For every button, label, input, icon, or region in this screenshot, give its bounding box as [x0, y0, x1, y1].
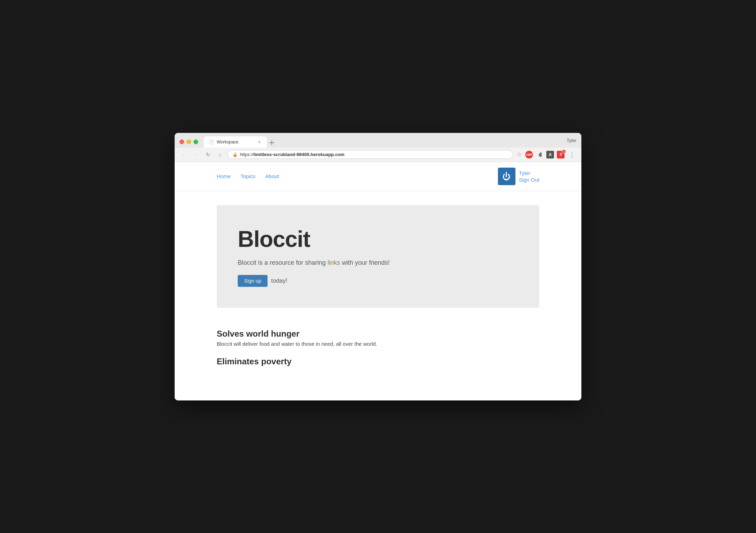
hero-description: Bloccit is a resource for sharing links …	[238, 259, 518, 266]
feature-1-title: Solves world hunger	[217, 329, 539, 339]
lock-icon: 🔒	[232, 152, 238, 157]
minimize-button[interactable]	[187, 140, 191, 144]
nav-user: ⏻ Tyler Sign Out	[498, 168, 539, 185]
extensions-button[interactable]	[536, 151, 544, 158]
nav-topics[interactable]: Topics	[241, 173, 256, 179]
feature-2: Eliminates poverty	[217, 357, 539, 366]
browser-menu-button[interactable]: ⋮	[567, 150, 576, 159]
maximize-button[interactable]	[194, 140, 198, 144]
page-content: Home Topics About ⏻ Tyler Sign Out Blocc…	[175, 162, 581, 400]
traffic-lights	[180, 140, 198, 144]
hero-desc-suffix: with your friends!	[340, 259, 390, 266]
tab-title: Workspace	[217, 140, 254, 144]
user-avatar: ⏻	[498, 168, 515, 185]
sign-out-link[interactable]: Sign Out	[519, 177, 539, 183]
tabs-area: 📄 Workspace ×	[204, 136, 563, 148]
url-bar[interactable]: 🔒 https://limitless-scrubland-98400.hero…	[227, 150, 513, 159]
active-tab[interactable]: 📄 Workspace ×	[204, 136, 267, 148]
svg-rect-1	[271, 140, 272, 145]
browser-window: 📄 Workspace × Tyler ← → ↻ ⌂ 🔒 https://li…	[175, 133, 581, 400]
sessions-extension[interactable]: S 1	[557, 151, 565, 158]
close-button[interactable]	[180, 140, 184, 144]
a-extension[interactable]: A	[546, 151, 554, 158]
extension-icons: ABP A S 1 ⋮	[525, 150, 576, 159]
browser-user: Tyler	[567, 138, 576, 146]
url-domain: limitless-scrubland-98400.herokuapp.com	[254, 152, 344, 157]
user-info: Tyler Sign Out	[519, 170, 539, 183]
tab-close-button[interactable]: ×	[257, 139, 262, 145]
adblock-extension[interactable]: ABP	[525, 151, 533, 158]
titlebar: 📄 Workspace × Tyler	[175, 133, 581, 148]
reload-button[interactable]: ↻	[203, 150, 212, 159]
url-text: https://limitless-scrubland-98400.heroku…	[240, 152, 344, 157]
forward-button[interactable]: →	[191, 150, 201, 159]
today-text: today!	[271, 277, 287, 284]
tab-icon: 📄	[209, 140, 214, 144]
home-button[interactable]: ⌂	[215, 150, 224, 159]
user-name-link[interactable]: Tyler	[519, 170, 539, 176]
addressbar: ← → ↻ ⌂ 🔒 https://limitless-scrubland-98…	[175, 148, 581, 162]
feature-2-title: Eliminates poverty	[217, 357, 539, 366]
hero-title: Bloccit	[238, 226, 518, 252]
bookmark-button[interactable]: ☆	[516, 150, 522, 159]
nav-links: Home Topics About	[217, 173, 498, 179]
feature-1-desc: Bloccit will deliver food and water to t…	[217, 341, 539, 347]
nav-about[interactable]: About	[265, 173, 279, 179]
nav-home[interactable]: Home	[217, 173, 231, 179]
hero-section: Bloccit Bloccit is a resource for sharin…	[217, 205, 539, 308]
features-section: Solves world hunger Bloccit will deliver…	[175, 322, 581, 390]
feature-1: Solves world hunger Bloccit will deliver…	[217, 329, 539, 347]
back-button[interactable]: ←	[180, 150, 189, 159]
hero-desc-link: links	[328, 259, 340, 266]
power-icon: ⏻	[502, 171, 511, 181]
signup-button[interactable]: Sign up	[238, 275, 268, 287]
new-tab-button[interactable]	[267, 138, 277, 148]
hero-desc-prefix: Bloccit is a resource for sharing	[238, 259, 328, 266]
site-nav: Home Topics About ⏻ Tyler Sign Out	[175, 162, 581, 191]
signup-row: Sign up today!	[238, 275, 518, 287]
